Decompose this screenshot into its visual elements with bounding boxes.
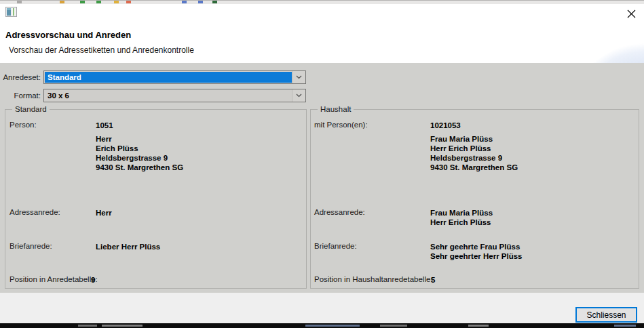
background-icon-fragment bbox=[17, 1, 22, 3]
adressanrede-label: Adressanrede: bbox=[314, 208, 365, 216]
format-value: 30 x 6 bbox=[45, 90, 292, 101]
adressanrede-label: Adressanrede: bbox=[10, 208, 60, 216]
dialog-adressvorschau-und-anreden: Adressvorschau und Anreden Vorschau der … bbox=[0, 4, 644, 323]
panel-standard: Standard Person: 1051 Herr Erich Plüss H… bbox=[5, 109, 307, 289]
close-button[interactable] bbox=[624, 6, 639, 21]
briefanrede-value: Lieber Herr Plüss bbox=[96, 242, 160, 251]
briefanrede-line: Lieber Herr Plüss bbox=[96, 242, 160, 251]
background-icon-fragment bbox=[114, 1, 119, 3]
format-select[interactable]: 30 x 6 bbox=[43, 89, 306, 102]
address-line: Erich Plüss bbox=[96, 144, 183, 153]
briefanrede-line: Sehr geehrte Frau Plüss bbox=[430, 242, 523, 251]
chevron-down-icon bbox=[292, 89, 305, 102]
background-text-fragment bbox=[614, 325, 636, 327]
adressanrede-value: Herr bbox=[96, 208, 112, 218]
background-icon-fragment bbox=[126, 1, 131, 3]
person-value: 1051 bbox=[96, 121, 113, 130]
briefanrede-line: Sehr geehrter Herr Plüss bbox=[430, 251, 523, 261]
address-line: Frau Maria Plüss bbox=[430, 134, 518, 144]
address-line: Herr bbox=[96, 134, 183, 144]
briefanrede-value: Sehr geehrte Frau Plüss Sehr geehrter He… bbox=[430, 242, 523, 261]
dialog-header: Adressvorschau und Anreden Vorschau der … bbox=[0, 4, 644, 63]
dialog-footer: Schliessen bbox=[0, 293, 644, 323]
background-text-fragment bbox=[78, 325, 97, 327]
person-value: 1021053 bbox=[430, 121, 461, 130]
close-icon bbox=[627, 9, 636, 18]
panel-haushalt-legend: Haushalt bbox=[318, 105, 354, 113]
address-block: Frau Maria Plüss Herr Erich Plüss Heldsb… bbox=[430, 134, 518, 172]
person-label: Person: bbox=[10, 121, 37, 129]
briefanrede-label: Briefanrede: bbox=[314, 242, 357, 250]
anredeset-value: Standard bbox=[45, 72, 292, 83]
adressanrede-value: Frau Maria Plüss Herr Erich Plüss bbox=[430, 208, 493, 227]
person-label: mit Person(en): bbox=[314, 121, 368, 129]
briefanrede-label: Briefanrede: bbox=[10, 242, 52, 250]
address-line: Herr Erich Plüss bbox=[430, 144, 518, 153]
background-icon-fragment bbox=[96, 1, 101, 3]
address-line: 9430 St. Margrethen SG bbox=[96, 163, 183, 172]
address-line: Heldsbergstrasse 9 bbox=[96, 153, 183, 163]
window-icon bbox=[5, 7, 17, 17]
background-text-fragment bbox=[468, 325, 489, 327]
background-window-bottom-edge bbox=[0, 323, 644, 328]
position-label: Position in Anredetabelle: bbox=[10, 275, 98, 283]
position-label: Position in Haushaltanredetabelle: bbox=[314, 275, 433, 283]
background-icon-fragment bbox=[80, 1, 85, 3]
address-line: Heldsbergstrasse 9 bbox=[430, 153, 518, 163]
address-line: 9430 St. Margrethen SG bbox=[430, 163, 518, 172]
background-text-fragment bbox=[305, 325, 360, 327]
adressanrede-line: Herr bbox=[96, 208, 112, 218]
anredeset-label: Anredeset: bbox=[2, 73, 41, 81]
adressanrede-line: Frau Maria Plüss bbox=[430, 208, 493, 218]
position-value: 5 bbox=[431, 275, 435, 285]
dialog-title: Adressvorschau und Anreden bbox=[5, 30, 131, 40]
schliessen-button[interactable]: Schliessen bbox=[575, 307, 637, 323]
panel-haushalt: Haushalt mit Person(en): 1021053 Frau Ma… bbox=[310, 109, 639, 289]
background-icon-fragment bbox=[212, 1, 217, 3]
position-value: 9 bbox=[91, 275, 95, 285]
background-icon-fragment bbox=[182, 1, 187, 3]
background-icon-fragment bbox=[198, 1, 203, 3]
screen: Adressvorschau und Anreden Vorschau der … bbox=[0, 0, 644, 328]
adressanrede-line: Herr Erich Plüss bbox=[430, 218, 493, 227]
background-text-fragment bbox=[102, 325, 143, 327]
format-label: Format: bbox=[2, 91, 41, 100]
address-block: Herr Erich Plüss Heldsbergstrasse 9 9430… bbox=[96, 134, 183, 172]
anredeset-select[interactable]: Standard bbox=[43, 70, 306, 84]
background-icon-fragment bbox=[60, 1, 64, 3]
chevron-down-icon bbox=[292, 71, 305, 83]
background-text-fragment bbox=[380, 325, 407, 327]
dialog-subtitle: Vorschau der Adressetiketten und Anreden… bbox=[9, 45, 194, 55]
panel-standard-legend: Standard bbox=[12, 105, 50, 113]
